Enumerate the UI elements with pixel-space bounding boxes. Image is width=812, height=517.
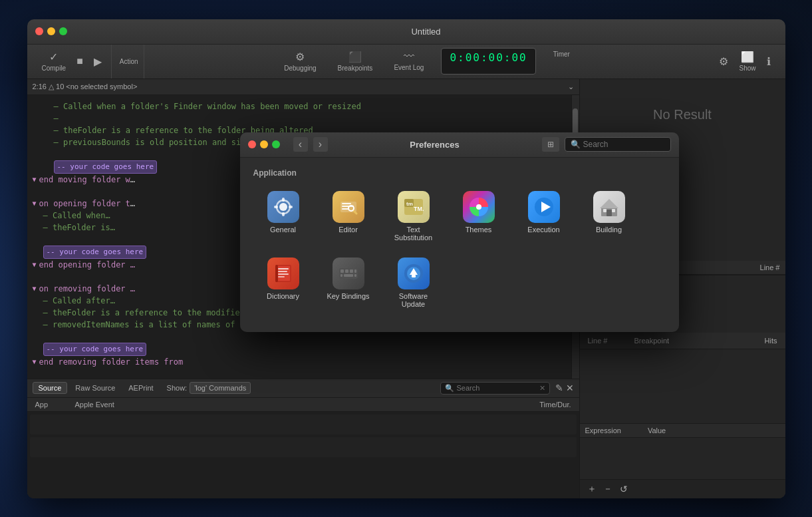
log-close-icon[interactable]: ✕ <box>566 383 574 393</box>
pref-item-building[interactable]: Building <box>579 186 639 247</box>
svg-rect-4 <box>274 206 278 208</box>
software-update-icon <box>398 258 430 289</box>
key-bindings-icon <box>333 258 364 289</box>
pref-item-key-bindings[interactable]: Key Bindings <box>319 252 378 313</box>
log-content <box>27 412 579 498</box>
pref-item-software-update[interactable]: Software Update <box>384 252 444 313</box>
add-expression-button[interactable]: ＋ <box>585 482 599 496</box>
svg-point-16 <box>476 204 481 210</box>
compile-icon: ✓ <box>49 51 58 63</box>
editor-header: 2:16 △ 10 <no selected symbol> ⌄ <box>27 79 579 95</box>
settings-button[interactable]: ⚙ <box>715 53 732 71</box>
timer-label-btn: Timer <box>549 48 574 75</box>
svg-rect-26 <box>278 268 289 269</box>
bp-col-hits: Hits <box>747 335 780 346</box>
minimize-button[interactable] <box>47 27 55 35</box>
general-icon <box>267 191 299 223</box>
expr-col-expression: Expression <box>585 427 621 434</box>
log-col-time: Time/Dur. <box>521 399 574 410</box>
show-icon: ⬜ <box>741 51 754 63</box>
xcode-window: Untitled ✓ Compile ■ ▶ Action ⚙ Debuggin… <box>27 19 785 498</box>
pref-back-button[interactable]: ‹ <box>293 137 308 152</box>
svg-rect-3 <box>282 212 285 216</box>
pref-close-button[interactable] <box>248 140 256 148</box>
pref-item-themes[interactable]: Themes <box>449 186 509 247</box>
svg-rect-34 <box>350 269 353 273</box>
log-action-icon[interactable]: ✎ <box>555 383 563 393</box>
svg-rect-38 <box>354 274 356 277</box>
clear-search-icon[interactable]: ✕ <box>539 384 545 393</box>
svg-text:TM.: TM. <box>414 206 424 212</box>
pref-item-text-substitution[interactable]: tm TM. Text Substitution <box>384 186 444 247</box>
svg-rect-30 <box>275 265 278 282</box>
window-title: Untitled <box>75 27 777 37</box>
title-bar: Untitled <box>27 19 785 45</box>
breakpoints-button[interactable]: ⬛ Breakpoints <box>334 48 377 75</box>
svg-rect-7 <box>342 203 351 204</box>
pref-minimize-button[interactable] <box>260 140 268 148</box>
svg-rect-27 <box>278 271 287 272</box>
svg-rect-42 <box>412 275 416 277</box>
code-line: -- your code goes here <box>27 343 579 356</box>
log-table-header: App Apple Event Time/Dur. <box>27 398 579 412</box>
pref-grid-button[interactable]: ⊞ <box>542 137 559 152</box>
svg-rect-5 <box>289 206 293 208</box>
action-section: Action <box>114 45 144 79</box>
debugging-button[interactable]: ⚙ Debugging <box>280 48 320 75</box>
debugging-icon: ⚙ <box>295 51 305 63</box>
scrollbar-thumb[interactable] <box>573 108 578 135</box>
dropdown-arrow[interactable]: ⌄ <box>568 83 574 91</box>
remove-expression-button[interactable]: － <box>601 482 614 496</box>
pref-item-execution[interactable]: Execution <box>514 186 574 247</box>
fullscreen-button[interactable] <box>59 27 67 35</box>
tab-raw-source[interactable]: Raw Source <box>70 383 120 393</box>
show-button[interactable]: ⬜ Show <box>735 48 759 75</box>
log-search-input[interactable] <box>457 384 537 392</box>
pref-forward-button[interactable]: › <box>313 137 328 152</box>
expr-col-value: Value <box>648 427 666 434</box>
svg-rect-28 <box>278 273 289 275</box>
themes-icon <box>463 191 495 223</box>
run-icon: ▶ <box>94 55 102 68</box>
log-search-box: 🔍 ✕ <box>440 382 550 395</box>
tab-source[interactable]: Source <box>33 382 68 394</box>
info-icon: ℹ <box>767 55 771 68</box>
dictionary-icon <box>267 258 299 289</box>
breakpoints-icon: ⬛ <box>348 51 362 63</box>
pref-item-dictionary[interactable]: Dictionary <box>253 252 313 313</box>
pref-item-editor[interactable]: Editor <box>319 186 378 247</box>
pref-item-general[interactable]: General <box>253 186 313 247</box>
log-row-1 <box>30 415 577 434</box>
refresh-expression-button[interactable]: ↺ <box>617 482 630 496</box>
pref-icons-grid-2: Dictionary <box>253 252 666 313</box>
compile-button[interactable]: ✓ Compile <box>38 48 70 75</box>
svg-rect-21 <box>607 210 612 216</box>
show-filter-button[interactable]: 'log' Commands <box>190 382 251 394</box>
editor-label: Editor <box>338 226 358 234</box>
svg-rect-33 <box>345 269 348 273</box>
pref-fullscreen-button[interactable] <box>272 140 280 148</box>
svg-rect-36 <box>340 274 342 277</box>
expr-header: Expression Value <box>580 424 785 438</box>
pref-search-input[interactable] <box>583 140 665 149</box>
right-bottom: Line # Breakpoint Hits Expression Value … <box>580 333 785 498</box>
svg-rect-22 <box>603 209 607 212</box>
log-row-2 <box>30 437 577 457</box>
pref-content: Application <box>240 158 679 332</box>
info-button[interactable]: ℹ <box>763 53 775 71</box>
event-log-button[interactable]: 〰 Event Log <box>390 48 428 75</box>
pref-title-bar: ‹ › Preferences ⊞ 🔍 <box>240 132 679 158</box>
code-line: ▼ end removing folder items from <box>27 356 579 368</box>
svg-rect-37 <box>344 274 353 277</box>
run-button[interactable]: ▶ <box>90 53 106 71</box>
pref-title: Preferences <box>333 140 537 150</box>
stop-button[interactable]: ■ <box>72 53 87 70</box>
close-button[interactable] <box>35 27 43 35</box>
code-line: — <box>27 112 579 124</box>
tab-aeprint[interactable]: AEPrint <box>123 383 158 393</box>
general-label: General <box>270 226 296 234</box>
svg-text:tm: tm <box>406 201 413 207</box>
themes-label: Themes <box>466 226 492 234</box>
execution-icon <box>528 191 560 223</box>
bp-col-bp: Breakpoint <box>632 335 747 346</box>
